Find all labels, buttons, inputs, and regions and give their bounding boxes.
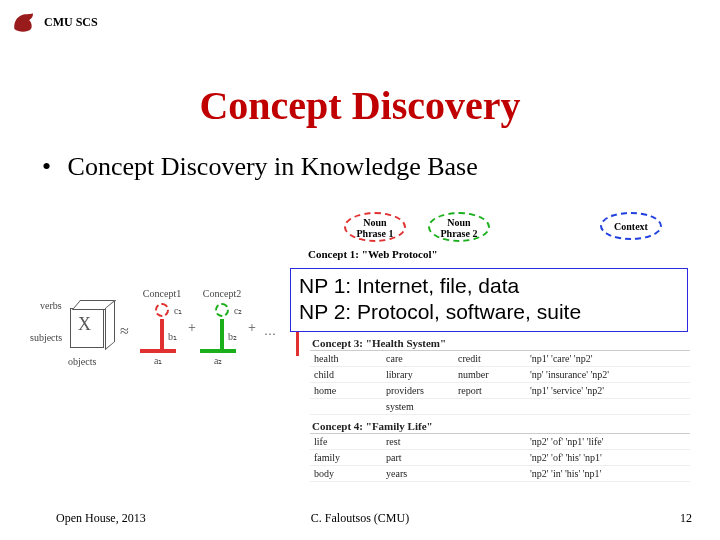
footer-center: C. Faloutsos (CMU) xyxy=(0,511,720,526)
scotty-dog-logo-icon xyxy=(10,8,38,36)
slide-title: Concept Discovery xyxy=(0,82,720,129)
concept1-col-label: Concept1 xyxy=(140,288,184,299)
table-concept-3: Concept 3: "Health System" health care c… xyxy=(310,336,690,415)
oval-context: Context xyxy=(600,212,662,240)
table-cell: report xyxy=(454,383,526,399)
a1-label: a₁ xyxy=(154,355,162,366)
ellipsis: … xyxy=(264,324,278,339)
table-cell: 'np2' 'of' 'np1' 'life' xyxy=(526,434,690,450)
tensor-decomposition-diagram: verbs subjects objects X ≈ Concept1 c₁ b… xyxy=(40,280,300,390)
bullet-line: • Concept Discovery in Knowledge Base xyxy=(42,152,478,182)
table-cell: home xyxy=(310,383,382,399)
table-cell: life xyxy=(310,434,382,450)
header-org-label: CMU SCS xyxy=(44,15,98,30)
table-cell xyxy=(310,399,382,415)
c1-label: c₁ xyxy=(174,305,182,316)
a2-label: a₂ xyxy=(214,355,222,366)
table-cell: 'np1' 'service' 'np2' xyxy=(526,383,690,399)
axis-subjects-label: subjects xyxy=(30,332,62,343)
footer-page-number: 12 xyxy=(680,511,692,526)
table-cell: child xyxy=(310,367,382,383)
table-cell: library xyxy=(382,367,454,383)
table-cell xyxy=(454,466,526,482)
table-cell: body xyxy=(310,466,382,482)
table-3-title: Concept 3: "Health System" xyxy=(310,336,690,350)
approx-symbol: ≈ xyxy=(120,322,129,340)
concept-header: Noun Phrase 1 Noun Phrase 2 Context Conc… xyxy=(308,210,688,260)
bullet-text: Concept Discovery in Knowledge Base xyxy=(68,152,478,181)
table-cell: providers xyxy=(382,383,454,399)
table-cell: years xyxy=(382,466,454,482)
np-line-2: NP 2: Protocol, software, suite xyxy=(299,299,679,325)
plus-2: + xyxy=(248,320,256,336)
np-line-1: NP 1: Internet, file, data xyxy=(299,273,679,299)
b2-label: b₂ xyxy=(228,331,237,342)
c1-dot-icon xyxy=(155,303,169,317)
b2-bar-icon xyxy=(220,319,224,349)
concept-tables: Concept 3: "Health System" health care c… xyxy=(310,336,690,486)
table-cell xyxy=(454,450,526,466)
red-accent-bar-icon xyxy=(296,332,299,356)
np-callout-box: NP 1: Internet, file, data NP 2: Protoco… xyxy=(290,268,688,332)
c2-dot-icon xyxy=(215,303,229,317)
table-cell xyxy=(526,399,690,415)
table-cell xyxy=(454,434,526,450)
concept-1-title: Concept 1: "Web Protocol" xyxy=(308,248,438,260)
plus-1: + xyxy=(188,320,196,336)
table-cell: number xyxy=(454,367,526,383)
header: CMU SCS xyxy=(10,8,98,36)
concept2-col-label: Concept2 xyxy=(200,288,244,299)
table-cell: 'np' 'insurance' 'np2' xyxy=(526,367,690,383)
table-cell xyxy=(454,399,526,415)
table-cell: rest xyxy=(382,434,454,450)
b1-bar-icon xyxy=(160,319,164,349)
oval-context-label: Context xyxy=(614,221,648,232)
table-cell: health xyxy=(310,351,382,367)
table-4-title: Concept 4: "Family Life" xyxy=(310,419,690,433)
a2-bar-icon xyxy=(200,349,236,353)
table-cell: part xyxy=(382,450,454,466)
oval-noun-phrase-1: Noun Phrase 1 xyxy=(344,212,406,242)
c2-label: c₂ xyxy=(234,305,242,316)
table-cell: 'np2' 'in' 'his' 'np1' xyxy=(526,466,690,482)
table-cell: 'np2' 'of' 'his' 'np1' xyxy=(526,450,690,466)
axis-objects-label: objects xyxy=(68,356,96,367)
b1-label: b₁ xyxy=(168,331,177,342)
axis-verbs-label: verbs xyxy=(40,300,62,311)
oval-np1-label: Noun Phrase 1 xyxy=(346,217,404,239)
tensor-x-label: X xyxy=(78,314,91,335)
rank-component-1: Concept1 c₁ b₁ a₁ xyxy=(140,288,184,363)
table-cell: system xyxy=(382,399,454,415)
oval-noun-phrase-2: Noun Phrase 2 xyxy=(428,212,490,242)
table-cell: family xyxy=(310,450,382,466)
oval-np2-label: Noun Phrase 2 xyxy=(430,217,488,239)
bullet-dot-icon: • xyxy=(42,152,51,182)
table-cell: 'np1' 'care' 'np2' xyxy=(526,351,690,367)
table-cell: credit xyxy=(454,351,526,367)
a1-bar-icon xyxy=(140,349,176,353)
table-cell: care xyxy=(382,351,454,367)
rank-component-2: Concept2 c₂ b₂ a₂ xyxy=(200,288,244,363)
table-concept-4: Concept 4: "Family Life" life rest 'np2'… xyxy=(310,419,690,482)
